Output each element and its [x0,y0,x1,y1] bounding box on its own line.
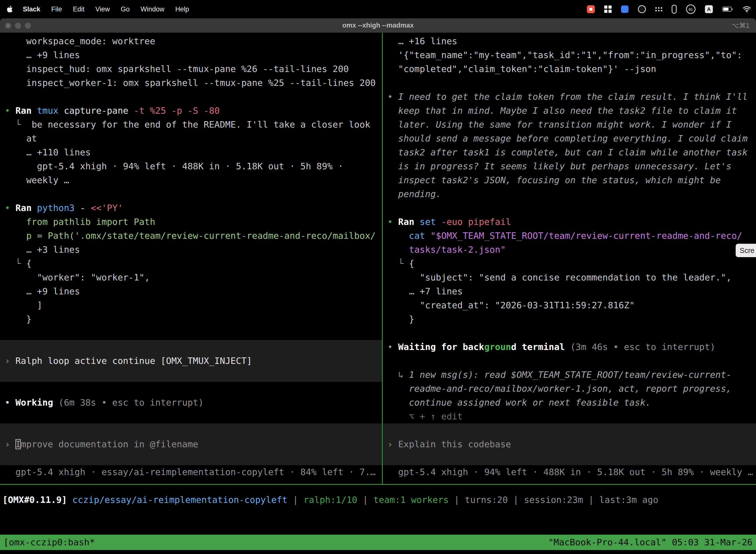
prompt-input-line: › Improve documentation in @filename [0,437,382,451]
terminal-line: "worker": "worker-1", [5,271,382,284]
close-button[interactable]: × [5,22,11,29]
terminal-line: p = Path('.omx/state/team/review-current… [5,229,382,243]
traffic-lights: × [5,18,31,33]
terminal-line: weekly … [5,173,382,187]
terminal-line: ⌥ + ↑ edit [387,409,756,424]
working-status-line: • Working (6m 38s • esc to interrupt) [5,396,382,409]
screen: Slack File Edit View Go Window Help 61 A [0,0,756,554]
menu-view[interactable]: View [96,5,110,13]
terminal-line: … +9 lines [5,284,382,298]
terminal-line: "completed","claim_token":"claim-token"}… [387,62,756,76]
terminal: workspace_mode: worktree … +9 lines insp… [0,33,756,554]
pane-status-line: gpt-5.4 xhigh · essay/ai-reimplementatio… [5,465,382,479]
terminal-line: … +7 lines [387,284,756,298]
tmux-pane-right[interactable]: … +16 lines '{"team_name":"my-team","tas… [383,33,756,484]
circle-app-icon[interactable] [638,5,646,13]
terminal-line: cat "$OMX_TEAM_STATE_ROOT/team/review-cu… [387,229,756,243]
zoom-button[interactable] [25,22,31,29]
terminal-line [387,354,756,368]
terminal-line: inspect_worker-1: omx sparkshell --tmux-… [5,76,382,90]
terminal-line: └ be necessary for the end of the README… [5,118,382,131]
omx-hud-status-line: [OMX#0.11.9] cczip/essay/ai-reimplementa… [2,493,756,507]
terminal-line [5,90,382,104]
terminal-line: gpt-5.4 xhigh · 94% left · 488K in · 5.1… [5,159,382,173]
battery-icon[interactable] [722,6,733,12]
terminal-line: workspace_mode: worktree [5,34,382,48]
terminal-line: } [5,312,382,326]
input-source-icon[interactable]: A [705,5,713,13]
pill-icon[interactable] [672,5,677,14]
terminal-line: "subject": "send a concise recommendatio… [387,271,756,284]
minimize-button[interactable] [15,22,21,29]
pane-status-line: gpt-5.4 xhigh · 94% left · 488K in · 5.1… [387,465,756,479]
screen-recording-indicator-icon[interactable] [587,5,595,13]
terminal-line: … +3 lines [5,243,382,257]
command-line: • Ran python3 - <<'PY' [5,201,382,215]
terminal-line: … +16 lines [387,34,756,48]
battery-percent-circle-icon[interactable]: 61 [686,4,695,14]
menu-edit[interactable]: Edit [73,5,84,13]
menu-help[interactable]: Help [175,5,189,13]
menu-app-name[interactable]: Slack [23,5,41,13]
terminal-line: at [5,131,382,146]
notification-overlay[interactable]: Scre [736,244,756,257]
terminal-line: ] [5,298,382,312]
window-shortcut-label: ⌥⌘1 [732,21,750,30]
apple-menu-icon[interactable] [6,5,13,13]
terminal-line: } [387,312,756,326]
terminal-line: inspect_hud: omx sparkshell --tmux-pane … [5,62,382,76]
terminal-line [0,368,382,382]
window-grid-icon[interactable] [604,5,612,13]
terminal-line [383,451,756,465]
tmux-host-clock-label: "MacBook-Pro-44.local" 05:03 31-Mar-26 [548,535,753,550]
terminal-line: continue assigned work or next feasible … [387,396,756,409]
terminal-line: task2 after task1 is complete, but can I… [387,146,756,159]
prompt-suggestion-line: › Explain this codebase [383,437,756,451]
status-icons: 61 A [587,4,751,14]
terminal-line: └ { [5,257,382,271]
terminal-line: pending. [387,187,756,201]
window-title-bar: × omx --xhigh --madmax ⌥⌘1 [0,18,756,33]
menu-go[interactable]: Go [121,5,130,13]
terminal-line [383,424,756,437]
thinking-line: • I need to get the claim token from the… [387,90,756,104]
terminal-line [387,326,756,340]
wifi-icon[interactable] [743,6,751,13]
terminal-line: '{"team_name":"my-team","task_id":"1","f… [387,48,756,62]
terminal-line [387,201,756,215]
terminal-line: keep that in mind. Maybe I also need the… [387,104,756,118]
apple-logo-icon [6,5,13,13]
terminal-line: ↳ 1 new msg(s): read $OMX_TEAM_STATE_ROO… [387,368,756,382]
terminal-line: inspect task2's JSON, focusing on the st… [387,173,756,187]
terminal-line [0,424,382,437]
menu-file[interactable]: File [51,5,62,13]
terminal-line [5,409,382,424]
terminal-line [387,76,756,90]
tmux-session-window-label: [omx-cczip0:bash* [3,535,95,550]
terminal-line [0,340,382,354]
terminal-line: later. Using the same for transition mig… [387,118,756,131]
ralph-status-line: › Ralph loop active continue [OMX_TMUX_I… [0,354,382,368]
window-title: omx --xhigh --madmax [342,21,414,29]
terminal-line: should send a message before completing … [387,131,756,146]
dots-grid-icon[interactable] [655,7,662,11]
omx-hud-pane[interactable]: [OMX#0.11.9] cczip/essay/ai-reimplementa… [0,485,756,535]
menu-window[interactable]: Window [141,5,165,13]
terminal-line [5,187,382,201]
terminal-line [5,326,382,340]
terminal-line: "created_at": "2026-03-31T11:59:27.816Z" [387,298,756,312]
blue-app-icon[interactable] [621,5,629,13]
waiting-status-line: • Waiting for background terminal (3m 46… [387,340,756,354]
terminal-line: from pathlib import Path [5,215,382,229]
terminal-line: readme-and-reco/mailbox/worker-1.json, a… [387,382,756,396]
terminal-line: tasks/task-2.json" [387,243,756,257]
terminal-line [0,451,382,465]
terminal-line: └ { [387,257,756,271]
terminal-line: is in progress? It seems likely but perh… [387,159,756,173]
tmux-pane-left[interactable]: workspace_mode: worktree … +9 lines insp… [0,33,382,484]
terminal-line: … +9 lines [5,48,382,62]
tmux-status-bar: [omx-cczip0:bash* "MacBook-Pro-44.local"… [0,535,756,550]
terminal-line [5,382,382,396]
menu-bar: Slack File Edit View Go Window Help 61 A [0,0,756,18]
command-line: • Ran tmux capture-pane -t %25 -p -S -80 [5,104,382,118]
